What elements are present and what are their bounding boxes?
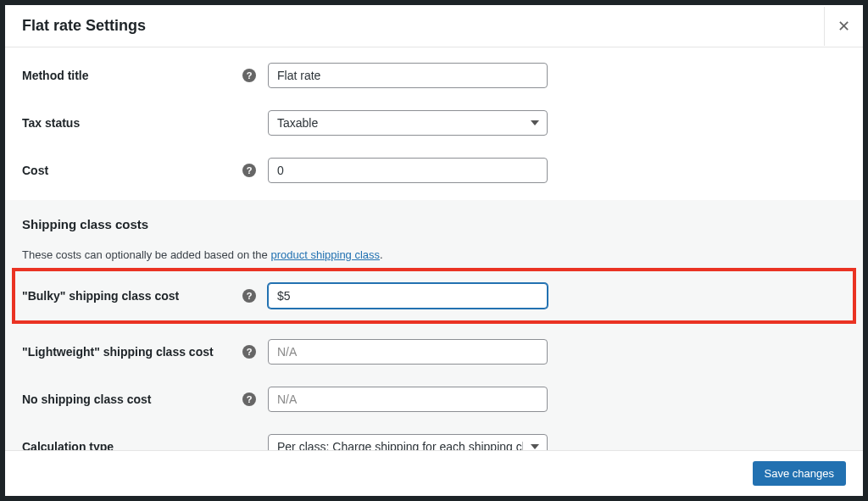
help-icon[interactable]: ? [242, 345, 256, 359]
lightweight-cost-label: "Lightweight" shipping class cost [22, 345, 214, 359]
modal-header: Flat rate Settings ✕ [5, 5, 863, 47]
cost-input[interactable] [268, 158, 548, 183]
modal-body: Method title ? Tax status Taxable [5, 47, 863, 450]
shipping-section-heading: Shipping class costs [22, 217, 846, 231]
no-class-cost-label: No shipping class cost [22, 392, 151, 406]
no-class-cost-row: No shipping class cost ? [22, 387, 846, 412]
method-title-row: Method title ? [22, 63, 846, 88]
help-icon[interactable]: ? [242, 69, 256, 82]
general-section: Method title ? Tax status Taxable [5, 47, 863, 200]
modal-footer: Save changes [5, 450, 863, 496]
help-icon[interactable]: ? [242, 392, 256, 406]
calc-type-select[interactable]: Per class: Charge shipping for each ship… [268, 434, 548, 450]
bulky-cost-label: "Bulky" shipping class cost [22, 289, 179, 303]
close-icon: ✕ [837, 17, 850, 36]
calc-type-label: Calculation type [22, 440, 114, 450]
tax-status-label: Tax status [22, 116, 80, 130]
tax-status-select[interactable]: Taxable [268, 110, 548, 136]
calc-type-row: Calculation type Per class: Charge shipp… [22, 434, 846, 450]
cost-row: Cost ? [22, 158, 846, 183]
shipping-class-section: Shipping class costs These costs can opt… [5, 200, 863, 450]
close-button[interactable]: ✕ [824, 7, 863, 46]
shipping-section-desc: These costs can optionally be added base… [22, 248, 846, 261]
modal-title: Flat rate Settings [22, 17, 146, 35]
product-shipping-class-link[interactable]: product shipping class [270, 248, 380, 261]
bulky-cost-row: "Bulky" shipping class cost ? [22, 283, 846, 309]
bulky-cost-input[interactable] [268, 283, 548, 309]
highlighted-row: "Bulky" shipping class cost ? [12, 268, 856, 324]
lightweight-cost-input[interactable] [268, 339, 548, 365]
cost-label: Cost [22, 164, 48, 177]
help-icon[interactable]: ? [242, 164, 256, 177]
method-title-input[interactable] [268, 63, 548, 88]
help-icon[interactable]: ? [242, 289, 256, 303]
lightweight-cost-row: "Lightweight" shipping class cost ? [22, 339, 846, 365]
settings-modal: Flat rate Settings ✕ Method title ? Tax … [5, 5, 863, 496]
no-class-cost-input[interactable] [268, 387, 548, 412]
method-title-label: Method title [22, 69, 89, 82]
save-button[interactable]: Save changes [753, 461, 846, 486]
tax-status-row: Tax status Taxable [22, 110, 846, 136]
